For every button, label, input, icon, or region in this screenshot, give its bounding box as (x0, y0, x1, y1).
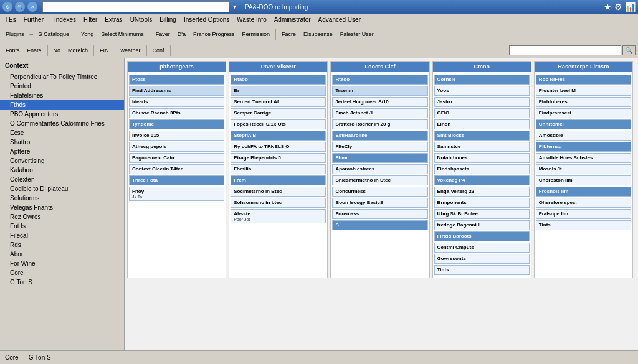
card-semper[interactable]: Semper Garrige (231, 108, 326, 118)
sidebar-item-0[interactable]: Perpendicular To Policy Timtree (0, 72, 124, 82)
card-roc-nifres[interactable]: Roc NIFres (536, 75, 631, 85)
card-tredoge[interactable]: tredoge Bagenni Il (434, 220, 530, 230)
sidebar-item-fthds[interactable]: Fthds (0, 100, 124, 110)
card-ubrg[interactable]: Ubrg Sk Bt Bulee (434, 209, 530, 219)
menu-further[interactable]: Further (20, 15, 47, 24)
btn-select-minimums[interactable]: Select Minimums (98, 29, 147, 39)
card-enga[interactable]: Enga Velterg 23 (434, 187, 530, 197)
btn-yong[interactable]: Yong (78, 29, 97, 39)
sidebar-item-kalahoo[interactable]: Kalahoo (0, 166, 124, 175)
card-snlesmermetno[interactable]: Snlesmermetno in Stec (332, 175, 427, 185)
minimize-icon[interactable]: ⚙ (2, 2, 12, 12)
btn-fin[interactable]: FIN (97, 45, 112, 55)
gear-icon[interactable]: ⚙ (614, 2, 622, 12)
card-ry-ochpa[interactable]: Ry ochPA to TRNELS O (231, 142, 326, 152)
menu-filter[interactable]: Filter (80, 15, 101, 24)
card-foremass[interactable]: Foremass (332, 209, 427, 219)
sidebar-item-for-wine[interactable]: For Wine (0, 259, 124, 268)
card-br[interactable]: Br (231, 86, 326, 96)
card-jastro[interactable]: Jastro (434, 97, 530, 107)
card-aparaoh[interactable]: Aparaoh estrees (332, 164, 427, 174)
card-estlhaaroline[interactable]: EstlHaaroline (332, 131, 427, 141)
card-jedeel[interactable]: Jedeel Hmgpoeer S/10 (332, 97, 427, 107)
btn-france-progress[interactable]: France Progress (190, 29, 238, 39)
sidebar-item-godible[interactable]: Godible to Di plateau (0, 184, 124, 194)
card-firtdd[interactable]: Firtdd Baroots (434, 231, 530, 241)
sidebar-item-solutiorms[interactable]: Solutiorms (0, 194, 124, 203)
card-fbmilis[interactable]: Fbmilis (231, 164, 326, 174)
card-smt-blocks[interactable]: Smt Blocks (434, 131, 530, 141)
card-amosdble[interactable]: Amosdble (536, 131, 631, 141)
card-invoice[interactable]: Invoice 015 (129, 131, 224, 141)
sidebar-item-commentantes[interactable]: O Commentantes Calormino Fries (0, 119, 124, 128)
sidebar-item-fnt-is[interactable]: Fnt Is (0, 222, 124, 231)
card-ansdble[interactable]: Ansdble Hoes Snbstes (536, 153, 631, 163)
btn-elsubsense[interactable]: Elsubsense (300, 29, 336, 39)
card-tints-5[interactable]: Tints (536, 220, 631, 230)
sidebar-item-pbo[interactable]: PBO Appmenters (0, 110, 124, 119)
card-samnstce[interactable]: Samnstce (434, 142, 530, 152)
card-bagncement[interactable]: Bagncement Cain (129, 153, 224, 163)
sidebar-item-filecal[interactable]: Filecal (0, 231, 124, 240)
btn-conf[interactable]: Conf (150, 45, 168, 55)
card-cornsle[interactable]: Cornsle (434, 75, 530, 85)
menu-extras[interactable]: Extras (101, 15, 126, 24)
card-fopes[interactable]: Fopes Recell S.1k Ots (231, 119, 326, 129)
menu-indexes[interactable]: Indexes (50, 15, 80, 24)
card-centml[interactable]: Centml Cmputs (434, 243, 530, 253)
sidebar-item-apttere[interactable]: Apttere (0, 147, 124, 156)
card-s[interactable]: S (332, 220, 427, 230)
card-rtaoo-3[interactable]: Rtaoo (332, 75, 427, 85)
card-brmponents[interactable]: Brmponents (434, 198, 530, 208)
menu-inserted[interactable]: Inserted Options (180, 15, 233, 24)
search-icon[interactable]: 🔍 (15, 2, 25, 12)
card-notahtbones[interactable]: Notahtbones (434, 153, 530, 163)
card-chnrtomel[interactable]: Chnrtomel (536, 119, 631, 129)
card-frem[interactable]: Frem (231, 175, 326, 185)
sidebar-item-rez-owres[interactable]: Rez Owres (0, 212, 124, 222)
card-gowresonts[interactable]: Gowresonts (434, 254, 530, 264)
card-stopfla[interactable]: StopflA B (231, 131, 326, 141)
card-sercert[interactable]: Sercert Tnemrnt Af (231, 97, 326, 107)
card-vokeheg[interactable]: Vokeheg P4 (434, 175, 530, 185)
menu-untools[interactable]: UNtools (126, 15, 156, 24)
btn-s-catalogue[interactable]: S Catalogue (36, 29, 73, 39)
card-fnoy[interactable]: FnoyJk To (129, 187, 224, 201)
menu-billing[interactable]: Billing (156, 15, 180, 24)
card-gfio[interactable]: GFIO (434, 108, 530, 118)
card-choreston[interactable]: Choreston lim (536, 175, 631, 185)
btn-fnate[interactable]: Fnate (24, 45, 45, 55)
menu-file[interactable]: TEs (1, 15, 20, 24)
search-button[interactable]: 🔍 (622, 45, 636, 55)
sidebar-item-shattro[interactable]: Shattro (0, 138, 124, 147)
card-find-addressms[interactable]: Find Addressms (129, 86, 224, 96)
btn-fonts[interactable]: Fonts (2, 45, 23, 55)
menu-advanced[interactable]: Advanced User (315, 15, 364, 24)
card-ldeads[interactable]: ldeads (129, 97, 224, 107)
sidebar-item-gton[interactable]: G Ton S (0, 278, 124, 287)
card-cbuvre-rsanch[interactable]: Cbuvre Rsanch 3Pts (129, 108, 224, 118)
card-three-fota[interactable]: Three Fota (129, 175, 224, 185)
menu-waste[interactable]: Waste Info (233, 15, 270, 24)
card-fbmr[interactable]: Fbmr (332, 153, 427, 163)
btn-facre[interactable]: Facre (279, 29, 299, 39)
btn-permission[interactable]: Permission (239, 29, 274, 39)
card-srsftere[interactable]: Srsftere Roeher Pl 20 g (332, 119, 427, 129)
card-frosnols[interactable]: Frosnols lim (536, 187, 631, 197)
btn-da[interactable]: D'a (174, 29, 189, 39)
card-ptrage[interactable]: Ptrage Blependrts 5 (231, 153, 326, 163)
card-fralsope[interactable]: Fralsope lim (536, 209, 631, 219)
btn-plugins[interactable]: Plugins (2, 29, 27, 39)
btn-no[interactable]: No (50, 45, 64, 55)
sidebar-item-ecse[interactable]: Ecse (0, 128, 124, 138)
search-input[interactable] (509, 45, 621, 55)
card-ptoss[interactable]: Ptoss (129, 75, 224, 85)
btn-weather[interactable]: weather (118, 45, 144, 55)
card-oherefore[interactable]: Oherefore spec. (536, 198, 631, 208)
card-ahsste[interactable]: AhsstePoor Jot (231, 209, 326, 223)
card-yoos[interactable]: Yoos (434, 86, 530, 96)
chart-icon[interactable]: 📊 (625, 2, 636, 12)
card-fltecly[interactable]: FlteCly (332, 142, 427, 152)
sidebar-item-convertising[interactable]: Convertising (0, 156, 124, 166)
card-mosnls[interactable]: Mosnls Jt (536, 164, 631, 174)
